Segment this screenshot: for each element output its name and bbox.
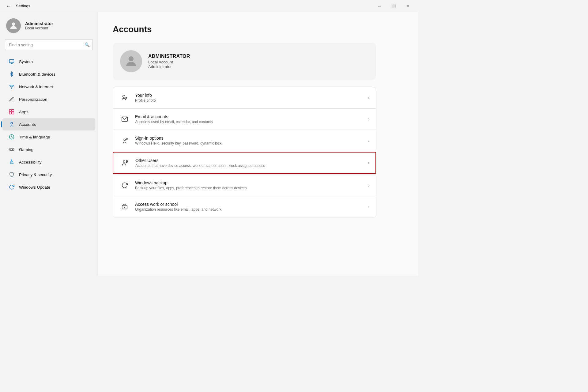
sidebar-label-apps: Apps (19, 110, 28, 114)
privacy-icon (9, 172, 15, 178)
personalization-icon (9, 96, 15, 102)
sidebar-item-gaming[interactable]: Gaming (2, 143, 95, 156)
sidebar-label-bluetooth: Bluetooth & devices (19, 72, 55, 77)
user-role: Local Account (25, 26, 53, 30)
backup-title: Windows backup (135, 180, 364, 185)
your-info-chevron: › (368, 95, 370, 100)
other-users-icon (119, 157, 130, 168)
svg-line-31 (127, 161, 128, 162)
sidebar-item-privacy[interactable]: Privacy & security (2, 168, 95, 181)
minimize-button[interactable]: ─ (372, 1, 386, 11)
accessibility-icon (9, 159, 15, 165)
search-input[interactable] (5, 39, 93, 50)
sidebar-label-personalization: Personalization (19, 97, 47, 102)
app-body: Administrator Local Account 🔍 System (0, 12, 418, 276)
settings-item-backup[interactable]: Windows backup Back up your files, apps,… (113, 175, 376, 196)
svg-rect-1 (9, 59, 14, 63)
svg-point-0 (12, 22, 15, 26)
your-info-desc: Profile photo (135, 98, 364, 103)
apps-icon (9, 109, 15, 115)
your-info-icon (119, 92, 130, 103)
titlebar-title: Settings (16, 4, 30, 8)
signin-icon (119, 135, 130, 146)
your-info-title: Your info (135, 93, 364, 98)
backup-icon (119, 180, 130, 191)
signin-desc: Windows Hello, security key, password, d… (135, 141, 364, 145)
svg-rect-5 (9, 110, 12, 112)
settings-item-work-school[interactable]: Access work or school Organization resou… (113, 196, 376, 217)
sidebar-label-accounts: Accounts (19, 122, 36, 127)
close-button[interactable]: ✕ (401, 1, 415, 11)
sidebar-item-system[interactable]: System (2, 55, 95, 68)
nav-list: System Bluetooth & devices Network (0, 54, 98, 195)
backup-text: Windows backup Back up your files, apps,… (135, 180, 364, 190)
signin-chevron: › (368, 138, 370, 143)
sidebar: Administrator Local Account 🔍 System (0, 12, 98, 276)
svg-point-22 (124, 139, 126, 141)
work-school-desc: Organization resources like email, apps,… (135, 207, 364, 212)
update-icon (9, 184, 15, 190)
account-details: ADMINISTRATOR Local Account Administrato… (148, 54, 190, 69)
user-profile[interactable]: Administrator Local Account (0, 12, 98, 38)
other-users-title: Other Users (135, 158, 364, 163)
network-icon (9, 84, 15, 90)
svg-point-17 (129, 56, 134, 61)
email-chevron: › (368, 117, 370, 122)
sidebar-item-personalization[interactable]: Personalization (2, 93, 95, 105)
backup-desc: Back up your files, apps, preferences to… (135, 186, 364, 190)
time-icon (9, 134, 15, 140)
signin-title: Sign-in options (135, 136, 364, 141)
sidebar-item-apps[interactable]: Apps (2, 106, 95, 118)
sidebar-label-gaming: Gaming (19, 147, 33, 152)
bluetooth-icon (9, 71, 15, 77)
svg-point-9 (11, 122, 13, 124)
sidebar-label-time: Time & language (19, 135, 50, 139)
other-users-desc: Accounts that have device access, work o… (135, 164, 364, 168)
account-type: Local Account (148, 60, 190, 64)
email-title: Email & accounts (135, 114, 364, 119)
search-icon: 🔍 (85, 42, 90, 47)
sidebar-label-windows-update: Windows Update (19, 185, 50, 190)
email-icon (119, 114, 130, 125)
svg-point-25 (126, 162, 127, 163)
settings-item-other-users[interactable]: Other Users Accounts that have device ac… (113, 152, 376, 174)
user-name: Administrator (25, 21, 53, 26)
settings-item-signin[interactable]: Sign-in options Windows Hello, security … (113, 130, 376, 151)
sidebar-item-network[interactable]: Network & internet (2, 81, 95, 93)
sidebar-label-network: Network & internet (19, 85, 53, 89)
other-users-text: Other Users Accounts that have device ac… (135, 158, 364, 168)
sidebar-item-windows-update[interactable]: Windows Update (2, 181, 95, 193)
svg-point-24 (123, 161, 125, 163)
titlebar-controls: ─ ⬜ ✕ (372, 1, 415, 11)
email-text: Email & accounts Accounts used by email,… (135, 114, 364, 124)
account-role: Administrator (148, 64, 190, 69)
svg-point-4 (11, 88, 12, 89)
work-school-title: Access work or school (135, 202, 364, 207)
settings-item-email[interactable]: Email & accounts Accounts used by email,… (113, 108, 376, 130)
main-content: Accounts ADMINISTRATOR Local Account Adm… (98, 12, 418, 276)
sidebar-item-time[interactable]: Time & language (2, 131, 95, 143)
work-school-text: Access work or school Organization resou… (135, 202, 364, 212)
sidebar-item-bluetooth[interactable]: Bluetooth & devices (2, 68, 95, 80)
email-desc: Accounts used by email, calendar, and co… (135, 120, 364, 124)
work-school-icon (119, 201, 130, 212)
titlebar: ← Settings ─ ⬜ ✕ (0, 0, 418, 12)
page-title: Accounts (113, 24, 404, 34)
svg-point-30 (126, 160, 128, 162)
svg-point-16 (11, 160, 12, 161)
sidebar-item-accessibility[interactable]: Accessibility (2, 156, 95, 168)
your-info-text: Your info Profile photo (135, 93, 364, 103)
svg-rect-7 (9, 112, 12, 114)
account-card: ADMINISTRATOR Local Account Administrato… (113, 43, 376, 80)
account-name: ADMINISTRATOR (148, 54, 190, 59)
accounts-icon (9, 121, 15, 127)
sidebar-item-accounts[interactable]: Accounts (2, 118, 95, 130)
settings-item-your-info[interactable]: Your info Profile photo › (113, 87, 376, 108)
user-info: Administrator Local Account (25, 21, 53, 30)
search-box: 🔍 (5, 39, 93, 50)
back-button[interactable]: ← (4, 2, 13, 10)
maximize-button[interactable]: ⬜ (386, 1, 401, 11)
sidebar-label-privacy: Privacy & security (19, 172, 52, 177)
sidebar-label-system: System (19, 59, 33, 64)
svg-rect-6 (12, 110, 14, 112)
